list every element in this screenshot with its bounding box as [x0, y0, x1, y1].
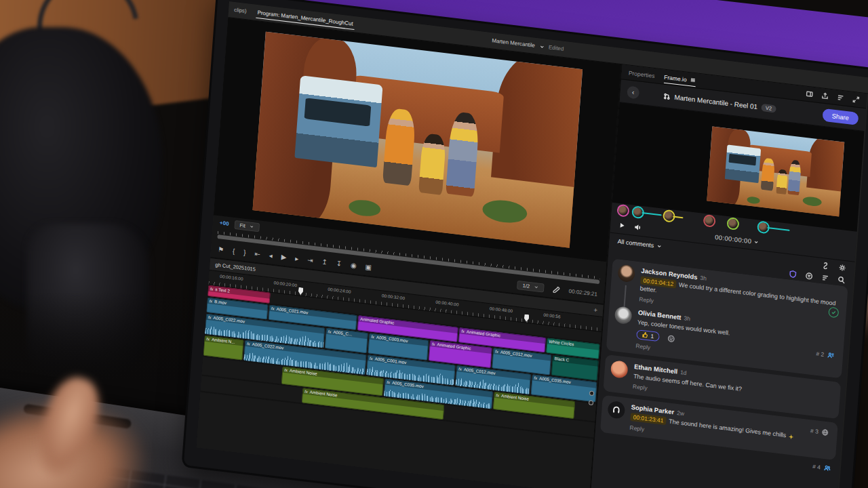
link-icon[interactable]	[821, 262, 829, 270]
comment-range-line	[642, 212, 662, 216]
step-forward-icon[interactable]: ▸	[295, 254, 299, 262]
version-badge[interactable]: V2	[762, 104, 776, 113]
fx-badge: fx	[496, 393, 499, 398]
fx-badge: fx	[304, 389, 308, 394]
tab-frameio[interactable]: Frame.io	[664, 70, 697, 87]
fx-badge: fx	[432, 342, 435, 346]
zoom-level-dropdown[interactable]: Fit	[234, 220, 260, 231]
go-to-out-icon[interactable]: ⇥	[307, 256, 313, 264]
gear-icon[interactable]	[838, 264, 846, 272]
mark-out-icon[interactable]: }	[243, 248, 246, 256]
comment-marker-avatar[interactable]	[633, 207, 642, 218]
ruler-timecode-label: 00:00:40:00	[435, 300, 459, 307]
version-stack-icon	[663, 92, 671, 100]
ruler-timecode-label: 00:00:16:00	[220, 274, 243, 281]
panel-icon[interactable]	[806, 90, 814, 98]
fx-badge: fx	[387, 380, 390, 384]
comment-marker-avatar[interactable]	[618, 205, 628, 216]
fx-badge: fx	[247, 342, 250, 346]
video-frame	[252, 32, 583, 248]
export-icon[interactable]	[821, 92, 829, 100]
sparkles-icon	[787, 433, 794, 440]
laptop-screen: clips) Program: Marten_Mercantile_RoughC…	[197, 1, 868, 488]
avatar	[610, 360, 629, 379]
expand-icon[interactable]	[852, 96, 860, 104]
fx-badge: fx	[371, 334, 374, 339]
search-icon[interactable]	[837, 276, 846, 284]
project-title[interactable]: Marten Mercantile	[492, 37, 535, 49]
go-to-in-icon[interactable]: ⇤	[254, 249, 260, 258]
fx-badge: fx	[370, 356, 373, 361]
extract-icon[interactable]: ↧	[336, 260, 342, 268]
clip-label: s Text 2	[215, 287, 230, 293]
chevron-down-icon[interactable]	[539, 43, 545, 49]
playhead-marker[interactable]	[524, 314, 530, 322]
people-icon	[824, 464, 831, 472]
back-button[interactable]: ‹	[627, 85, 639, 99]
clip-label: Ambient N...	[212, 337, 235, 344]
photo-stage: clips) Program: Marten_Mercantile_RoughC…	[0, 0, 868, 488]
fx-badge: fx	[206, 337, 210, 342]
sort-lines-icon[interactable]	[821, 274, 829, 282]
comment-marker-avatar[interactable]	[758, 222, 768, 232]
chevron-down-icon	[753, 239, 760, 245]
fx-badge: fx	[208, 315, 212, 320]
ruler-timecode-label: 00:00:32:00	[382, 293, 406, 300]
video-frame-small	[707, 127, 844, 217]
tab-properties[interactable]: Properties	[629, 69, 655, 79]
ruler-timecode-label: 00:00:56	[543, 312, 561, 319]
program-monitor: +00 Fit ⚑{}⇤◂▶▸⇥↥↧◉▣ 1/	[210, 18, 620, 304]
timeline-clip[interactable]: fxAmbient N...	[203, 336, 244, 361]
lift-icon[interactable]: ↥	[321, 258, 328, 266]
comment-marker-avatar[interactable]	[664, 211, 673, 221]
avatar	[608, 401, 626, 420]
fx-badge: fx	[458, 367, 462, 371]
fx-badge: fx	[328, 329, 332, 334]
speaker-icon[interactable]	[633, 223, 642, 232]
settings-wrench-icon[interactable]	[553, 285, 561, 293]
fx-badge: fx	[461, 329, 465, 333]
play-icon[interactable]	[618, 222, 626, 229]
asset-title: Marten Mercantile - Reel 01	[674, 94, 757, 111]
avatar	[617, 264, 635, 283]
playback-resolution-dropdown[interactable]: 1/2	[517, 280, 544, 292]
clip-label: B.mov	[214, 299, 226, 305]
play-icon[interactable]: ▶	[281, 253, 286, 261]
frameio-panel: Properties Frame.io ‹ Marten Mercantile …	[591, 64, 867, 488]
comment-timecode-chip[interactable]: 00:01:23:41	[630, 413, 666, 425]
fx-badge: fx	[284, 367, 288, 372]
player-timecode[interactable]: 00:00:00:00	[715, 232, 760, 245]
ruler-timecode-label: 00:00:24:00	[328, 287, 351, 294]
clip-label: Black C	[554, 356, 569, 363]
fx-badge: fx	[271, 306, 275, 311]
sequence-duration: 00:02:29:21	[568, 287, 597, 297]
edited-status: Edited	[549, 44, 564, 52]
timeline-tab[interactable]: gh Cut_20251015	[215, 262, 256, 272]
timeline-clip[interactable]: fxA005_C...	[325, 328, 368, 353]
thumbs-up-reaction[interactable]: 1	[636, 329, 660, 342]
sort-lines-icon[interactable]	[837, 94, 845, 102]
hamburger-icon[interactable]	[690, 77, 696, 83]
filter-icon[interactable]	[805, 272, 813, 280]
step-back-icon[interactable]: ◂	[269, 251, 273, 260]
clip-label: A005_C...	[333, 329, 352, 336]
fx-badge: fx	[534, 375, 537, 380]
comparison-view-icon[interactable]: ▣	[365, 263, 372, 271]
comment-marker-avatar[interactable]	[728, 218, 738, 228]
add-marker-icon[interactable]: ⚑	[218, 245, 224, 253]
chevron-down-icon	[656, 243, 663, 249]
monitor-timecode[interactable]: +00	[220, 220, 229, 227]
panel-tab-fragment[interactable]: clips)	[234, 7, 247, 14]
share-button[interactable]: Share	[822, 108, 859, 125]
mark-in-icon[interactable]: {	[233, 247, 235, 254]
playhead-marker[interactable]	[298, 287, 304, 296]
shield-icon[interactable]	[789, 270, 797, 278]
add-track-button[interactable]: +	[593, 306, 598, 314]
headphones-avatar-icon	[612, 405, 621, 415]
comment-marker-avatar[interactable]	[705, 216, 714, 226]
add-reaction-icon[interactable]	[667, 334, 675, 342]
ruler-timecode-label: 00:00:20:00	[274, 280, 298, 287]
export-frame-icon[interactable]: ◉	[351, 261, 357, 269]
all-comments-dropdown[interactable]: All comments	[617, 238, 654, 249]
comment-range-line	[767, 227, 790, 231]
